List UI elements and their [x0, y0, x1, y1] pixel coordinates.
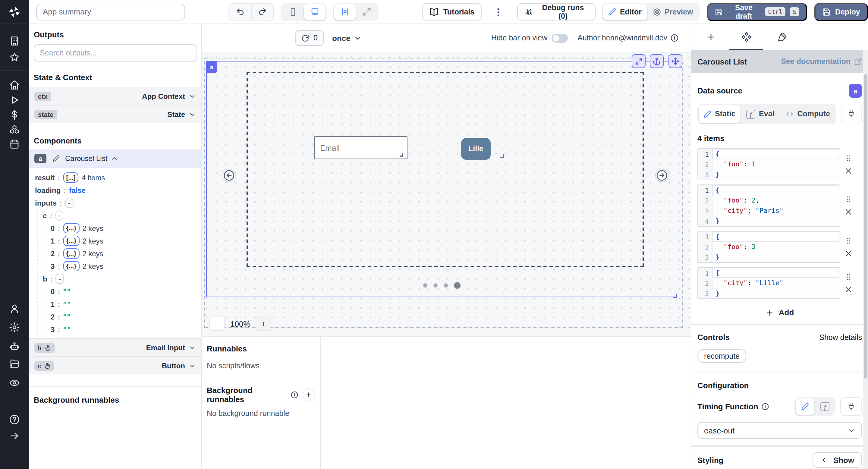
- tree-row[interactable]: 2:{...}2 keys: [29, 247, 201, 260]
- static-mode-button[interactable]: Static: [699, 105, 740, 123]
- insert-component-tab[interactable]: [699, 24, 723, 50]
- component-settings-tab[interactable]: [734, 24, 758, 50]
- recompute-pill[interactable]: recompute: [698, 349, 746, 363]
- tree-row[interactable]: loading:false: [29, 184, 201, 196]
- full-width-button[interactable]: [355, 4, 377, 20]
- redo-button[interactable]: [251, 3, 273, 20]
- email-input-row[interactable]: b Email Input: [29, 338, 201, 356]
- drag-handle-icon[interactable]: [844, 195, 852, 203]
- info-icon[interactable]: [761, 403, 769, 410]
- tree-chip[interactable]: -: [65, 198, 73, 208]
- state-row[interactable]: state State: [29, 105, 201, 123]
- drag-handle-icon[interactable]: [844, 237, 852, 245]
- button-component-row[interactable]: c Button: [29, 356, 201, 374]
- lille-button-component[interactable]: Lille: [461, 138, 491, 160]
- tree-row[interactable]: result:[...]4 items: [29, 171, 201, 184]
- more-menu-button[interactable]: ⋮: [494, 7, 503, 16]
- eval-mode-button[interactable]: f Eval: [741, 105, 779, 123]
- editor-tab[interactable]: Editor: [603, 4, 647, 20]
- carousel-prev-button[interactable]: [222, 169, 236, 182]
- tree-chip[interactable]: {...}: [63, 223, 79, 233]
- tree-chip[interactable]: -: [55, 210, 63, 221]
- carousel-dot[interactable]: [454, 282, 461, 289]
- app-summary-input[interactable]: [36, 3, 185, 20]
- expand-sidebar-arrow-icon[interactable]: [9, 430, 20, 441]
- settings-gear-icon[interactable]: [9, 322, 20, 333]
- tree-row[interactable]: 2:"": [29, 310, 201, 323]
- resize-corner-icon[interactable]: [400, 153, 403, 157]
- frame-tag[interactable]: a: [206, 61, 217, 73]
- refresh-count-button[interactable]: 0: [296, 30, 324, 46]
- tree-row[interactable]: 0:{...}2 keys: [29, 222, 201, 234]
- deploy-button[interactable]: Deploy: [815, 3, 868, 21]
- drag-handle-icon[interactable]: [844, 273, 852, 281]
- centered-width-button[interactable]: [334, 4, 355, 20]
- timing-plug-button[interactable]: [840, 397, 862, 416]
- add-item-button[interactable]: Add: [698, 308, 862, 317]
- tree-chip[interactable]: -: [56, 274, 64, 284]
- users-icon[interactable]: [9, 303, 20, 314]
- frequency-select[interactable]: once: [332, 33, 362, 42]
- json-editor[interactable]: 123{ "foo": 3}: [698, 231, 840, 263]
- schedules-calendar-icon[interactable]: [9, 139, 20, 150]
- panel-scrollbar[interactable]: [863, 50, 868, 469]
- rename-component-button[interactable]: [50, 153, 61, 164]
- delete-item-icon[interactable]: [844, 285, 852, 293]
- preview-tab[interactable]: Preview: [647, 4, 699, 20]
- carousel-dot[interactable]: [433, 283, 438, 287]
- folders-icon[interactable]: [9, 359, 20, 370]
- tree-chip[interactable]: {...}: [63, 248, 79, 259]
- resources-boxes-icon[interactable]: [9, 124, 20, 135]
- undo-button[interactable]: [229, 3, 251, 20]
- carousel-item-container[interactable]: [247, 72, 644, 267]
- save-draft-button[interactable]: Save draft Ctrl S: [707, 3, 807, 21]
- delete-item-icon[interactable]: [844, 249, 852, 257]
- tree-row[interactable]: 3:{...}2 keys: [29, 260, 201, 273]
- email-input-component[interactable]: [314, 136, 407, 159]
- timing-function-select[interactable]: ease-out: [698, 422, 862, 439]
- tree-row[interactable]: c:-: [29, 209, 201, 222]
- home-icon[interactable]: [9, 80, 20, 90]
- variables-dollar-icon[interactable]: [9, 110, 20, 121]
- tutorials-button[interactable]: Tutorials: [422, 3, 482, 21]
- show-details-link[interactable]: Show details: [819, 333, 862, 342]
- zoom-in-button[interactable]: +: [256, 316, 272, 331]
- favorites-star-icon[interactable]: [9, 52, 20, 63]
- tree-row[interactable]: inputs:-: [29, 196, 201, 209]
- ctx-row[interactable]: ctx App Context: [29, 87, 201, 105]
- resize-corner-icon[interactable]: [500, 154, 504, 158]
- connect-plug-button[interactable]: [841, 104, 862, 124]
- tree-row[interactable]: 1:"": [29, 298, 201, 310]
- move-handle[interactable]: [669, 54, 682, 68]
- carousel-dot[interactable]: [444, 283, 448, 287]
- tree-row[interactable]: 3:"": [29, 323, 201, 336]
- windmill-logo[interactable]: [0, 0, 29, 24]
- runs-play-icon[interactable]: [9, 95, 20, 105]
- tree-row[interactable]: 1:{...}2 keys: [29, 234, 201, 247]
- hide-bar-toggle[interactable]: [552, 33, 568, 42]
- audit-eye-icon[interactable]: [9, 377, 20, 388]
- timing-static-button[interactable]: [796, 399, 814, 415]
- help-icon[interactable]: [9, 414, 20, 425]
- tree-row[interactable]: 0:"": [29, 285, 201, 298]
- scrollbar-thumb[interactable]: [864, 74, 867, 379]
- frame-resize-corner[interactable]: [673, 293, 677, 298]
- mobile-view-button[interactable]: [282, 4, 304, 20]
- tree-row[interactable]: b:-: [29, 273, 201, 285]
- see-documentation-link[interactable]: See documentation: [781, 57, 862, 66]
- tree-chip[interactable]: [...]: [63, 173, 79, 183]
- workspace-building-icon[interactable]: [9, 36, 20, 46]
- zoom-out-button[interactable]: −: [209, 316, 225, 331]
- debug-runs-button[interactable]: Debug runs (0): [517, 3, 596, 21]
- show-styling-button[interactable]: Show: [813, 452, 862, 468]
- expand-handle[interactable]: [632, 54, 646, 68]
- json-editor[interactable]: 1234{ "foo": 2, "city": "Paris"}: [698, 184, 840, 227]
- tree-chip[interactable]: {...}: [63, 261, 79, 271]
- canvas-grid[interactable]: a Lille −: [202, 53, 691, 336]
- workers-robot-icon[interactable]: [9, 341, 20, 352]
- json-editor[interactable]: 123{ "city": "Lille"}: [698, 267, 840, 299]
- tree-chip[interactable]: {...}: [63, 236, 79, 246]
- delete-item-icon[interactable]: [844, 167, 852, 175]
- anchor-handle[interactable]: [650, 54, 664, 68]
- json-editor[interactable]: 123{ "foo": 1}: [698, 148, 840, 180]
